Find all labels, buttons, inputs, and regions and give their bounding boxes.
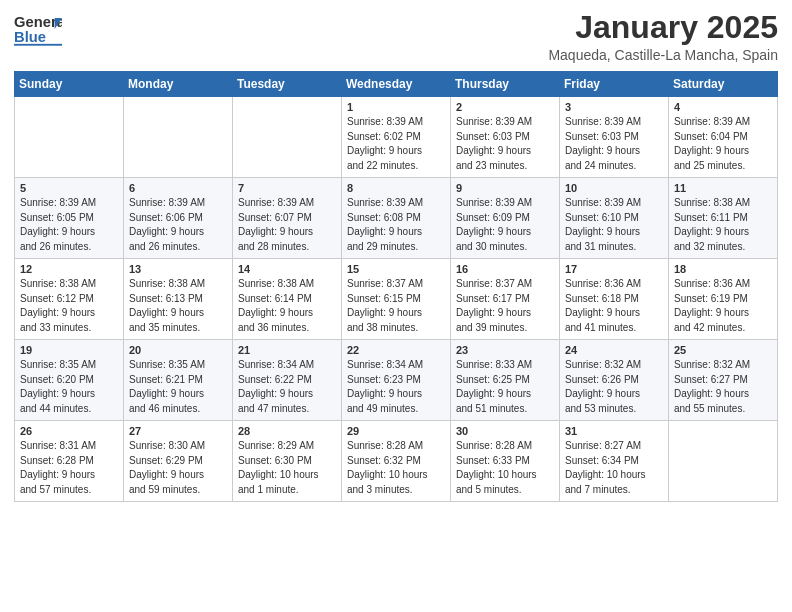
calendar-cell: 23Sunrise: 8:33 AM Sunset: 6:25 PM Dayli…: [451, 340, 560, 421]
day-info: Sunrise: 8:27 AM Sunset: 6:34 PM Dayligh…: [565, 439, 663, 497]
day-number: 15: [347, 263, 445, 275]
day-info: Sunrise: 8:34 AM Sunset: 6:22 PM Dayligh…: [238, 358, 336, 416]
title-block: January 2025 Maqueda, Castille-La Mancha…: [548, 10, 778, 63]
day-info: Sunrise: 8:39 AM Sunset: 6:06 PM Dayligh…: [129, 196, 227, 254]
day-number: 22: [347, 344, 445, 356]
week-row-1: 1Sunrise: 8:39 AM Sunset: 6:02 PM Daylig…: [15, 97, 778, 178]
calendar-cell: 31Sunrise: 8:27 AM Sunset: 6:34 PM Dayli…: [560, 421, 669, 502]
day-number: 8: [347, 182, 445, 194]
day-number: 5: [20, 182, 118, 194]
day-number: 14: [238, 263, 336, 275]
day-info: Sunrise: 8:34 AM Sunset: 6:23 PM Dayligh…: [347, 358, 445, 416]
day-info: Sunrise: 8:32 AM Sunset: 6:27 PM Dayligh…: [674, 358, 772, 416]
logo-icon: General Blue: [14, 10, 62, 50]
week-row-3: 12Sunrise: 8:38 AM Sunset: 6:12 PM Dayli…: [15, 259, 778, 340]
day-info: Sunrise: 8:30 AM Sunset: 6:29 PM Dayligh…: [129, 439, 227, 497]
day-info: Sunrise: 8:39 AM Sunset: 6:10 PM Dayligh…: [565, 196, 663, 254]
calendar-cell: [124, 97, 233, 178]
weekday-header-thursday: Thursday: [451, 72, 560, 97]
calendar-cell: 12Sunrise: 8:38 AM Sunset: 6:12 PM Dayli…: [15, 259, 124, 340]
calendar-cell: 14Sunrise: 8:38 AM Sunset: 6:14 PM Dayli…: [233, 259, 342, 340]
month-title: January 2025: [548, 10, 778, 45]
week-row-2: 5Sunrise: 8:39 AM Sunset: 6:05 PM Daylig…: [15, 178, 778, 259]
day-info: Sunrise: 8:38 AM Sunset: 6:12 PM Dayligh…: [20, 277, 118, 335]
location: Maqueda, Castille-La Mancha, Spain: [548, 47, 778, 63]
day-number: 2: [456, 101, 554, 113]
day-info: Sunrise: 8:39 AM Sunset: 6:08 PM Dayligh…: [347, 196, 445, 254]
calendar-cell: 30Sunrise: 8:28 AM Sunset: 6:33 PM Dayli…: [451, 421, 560, 502]
day-number: 12: [20, 263, 118, 275]
day-number: 28: [238, 425, 336, 437]
day-info: Sunrise: 8:35 AM Sunset: 6:20 PM Dayligh…: [20, 358, 118, 416]
calendar-cell: 28Sunrise: 8:29 AM Sunset: 6:30 PM Dayli…: [233, 421, 342, 502]
calendar-cell: 17Sunrise: 8:36 AM Sunset: 6:18 PM Dayli…: [560, 259, 669, 340]
svg-text:Blue: Blue: [14, 29, 46, 45]
calendar-table: SundayMondayTuesdayWednesdayThursdayFrid…: [14, 71, 778, 502]
day-number: 21: [238, 344, 336, 356]
calendar-cell: 19Sunrise: 8:35 AM Sunset: 6:20 PM Dayli…: [15, 340, 124, 421]
logo-svg: General Blue: [14, 10, 62, 50]
weekday-header-monday: Monday: [124, 72, 233, 97]
calendar-cell: 22Sunrise: 8:34 AM Sunset: 6:23 PM Dayli…: [342, 340, 451, 421]
weekday-header-tuesday: Tuesday: [233, 72, 342, 97]
calendar-cell: 1Sunrise: 8:39 AM Sunset: 6:02 PM Daylig…: [342, 97, 451, 178]
day-number: 17: [565, 263, 663, 275]
day-info: Sunrise: 8:39 AM Sunset: 6:03 PM Dayligh…: [565, 115, 663, 173]
day-number: 3: [565, 101, 663, 113]
weekday-header-saturday: Saturday: [669, 72, 778, 97]
calendar-cell: [15, 97, 124, 178]
day-info: Sunrise: 8:36 AM Sunset: 6:18 PM Dayligh…: [565, 277, 663, 335]
calendar-cell: 18Sunrise: 8:36 AM Sunset: 6:19 PM Dayli…: [669, 259, 778, 340]
day-info: Sunrise: 8:38 AM Sunset: 6:11 PM Dayligh…: [674, 196, 772, 254]
day-number: 16: [456, 263, 554, 275]
day-number: 7: [238, 182, 336, 194]
calendar-cell: 4Sunrise: 8:39 AM Sunset: 6:04 PM Daylig…: [669, 97, 778, 178]
weekday-header-wednesday: Wednesday: [342, 72, 451, 97]
day-info: Sunrise: 8:39 AM Sunset: 6:04 PM Dayligh…: [674, 115, 772, 173]
header: General Blue January 2025 Maqueda, Casti…: [14, 10, 778, 63]
calendar-cell: 26Sunrise: 8:31 AM Sunset: 6:28 PM Dayli…: [15, 421, 124, 502]
calendar-cell: 10Sunrise: 8:39 AM Sunset: 6:10 PM Dayli…: [560, 178, 669, 259]
day-info: Sunrise: 8:36 AM Sunset: 6:19 PM Dayligh…: [674, 277, 772, 335]
calendar-cell: 27Sunrise: 8:30 AM Sunset: 6:29 PM Dayli…: [124, 421, 233, 502]
week-row-4: 19Sunrise: 8:35 AM Sunset: 6:20 PM Dayli…: [15, 340, 778, 421]
day-number: 4: [674, 101, 772, 113]
day-info: Sunrise: 8:38 AM Sunset: 6:13 PM Dayligh…: [129, 277, 227, 335]
day-number: 23: [456, 344, 554, 356]
calendar-cell: 7Sunrise: 8:39 AM Sunset: 6:07 PM Daylig…: [233, 178, 342, 259]
calendar-cell: [669, 421, 778, 502]
logo: General Blue: [14, 10, 62, 50]
calendar-cell: 13Sunrise: 8:38 AM Sunset: 6:13 PM Dayli…: [124, 259, 233, 340]
day-info: Sunrise: 8:37 AM Sunset: 6:17 PM Dayligh…: [456, 277, 554, 335]
day-number: 1: [347, 101, 445, 113]
day-info: Sunrise: 8:33 AM Sunset: 6:25 PM Dayligh…: [456, 358, 554, 416]
day-info: Sunrise: 8:32 AM Sunset: 6:26 PM Dayligh…: [565, 358, 663, 416]
day-info: Sunrise: 8:35 AM Sunset: 6:21 PM Dayligh…: [129, 358, 227, 416]
calendar-cell: 20Sunrise: 8:35 AM Sunset: 6:21 PM Dayli…: [124, 340, 233, 421]
weekday-header-sunday: Sunday: [15, 72, 124, 97]
day-number: 27: [129, 425, 227, 437]
calendar-cell: 21Sunrise: 8:34 AM Sunset: 6:22 PM Dayli…: [233, 340, 342, 421]
day-info: Sunrise: 8:39 AM Sunset: 6:07 PM Dayligh…: [238, 196, 336, 254]
svg-rect-3: [14, 44, 62, 46]
calendar-cell: 16Sunrise: 8:37 AM Sunset: 6:17 PM Dayli…: [451, 259, 560, 340]
weekday-header-friday: Friday: [560, 72, 669, 97]
day-info: Sunrise: 8:37 AM Sunset: 6:15 PM Dayligh…: [347, 277, 445, 335]
day-number: 11: [674, 182, 772, 194]
day-info: Sunrise: 8:38 AM Sunset: 6:14 PM Dayligh…: [238, 277, 336, 335]
week-row-5: 26Sunrise: 8:31 AM Sunset: 6:28 PM Dayli…: [15, 421, 778, 502]
day-number: 31: [565, 425, 663, 437]
day-number: 25: [674, 344, 772, 356]
calendar-cell: 29Sunrise: 8:28 AM Sunset: 6:32 PM Dayli…: [342, 421, 451, 502]
day-number: 30: [456, 425, 554, 437]
day-info: Sunrise: 8:28 AM Sunset: 6:33 PM Dayligh…: [456, 439, 554, 497]
day-number: 29: [347, 425, 445, 437]
calendar-container: General Blue January 2025 Maqueda, Casti…: [0, 0, 792, 516]
weekday-header-row: SundayMondayTuesdayWednesdayThursdayFrid…: [15, 72, 778, 97]
day-info: Sunrise: 8:28 AM Sunset: 6:32 PM Dayligh…: [347, 439, 445, 497]
day-number: 18: [674, 263, 772, 275]
calendar-cell: 15Sunrise: 8:37 AM Sunset: 6:15 PM Dayli…: [342, 259, 451, 340]
calendar-cell: 3Sunrise: 8:39 AM Sunset: 6:03 PM Daylig…: [560, 97, 669, 178]
calendar-cell: 8Sunrise: 8:39 AM Sunset: 6:08 PM Daylig…: [342, 178, 451, 259]
day-number: 6: [129, 182, 227, 194]
